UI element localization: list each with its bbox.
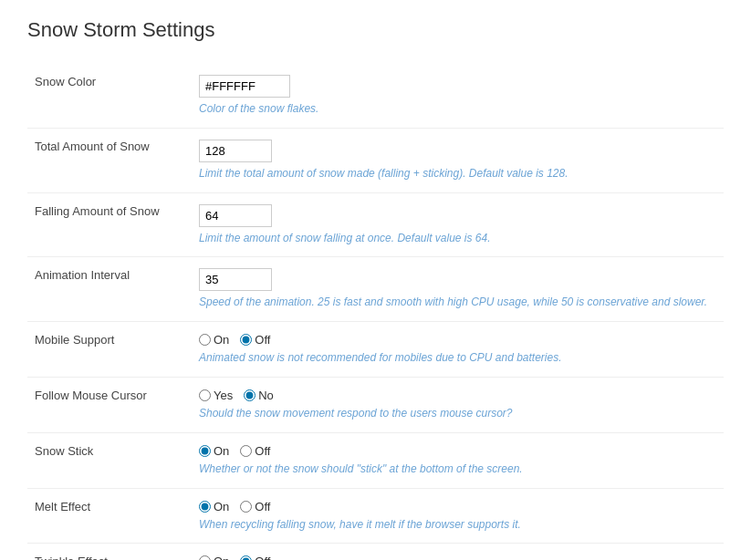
follow-mouse-no-text: No bbox=[258, 389, 274, 402]
page-title: Snow Storm Settings bbox=[27, 18, 724, 42]
snow-stick-off-text: Off bbox=[255, 444, 270, 458]
mobile-support-hint: Animated snow is not recommended for mob… bbox=[199, 350, 716, 366]
follow-mouse-hint: Should the snow movement respond to the … bbox=[199, 406, 716, 421]
total-amount-row: Total Amount of Snow Limit the total amo… bbox=[27, 128, 724, 192]
mobile-support-on-label[interactable]: On bbox=[199, 333, 229, 347]
twinkle-effect-on-text: On bbox=[214, 555, 229, 560]
animation-interval-control: Speed of the animation. 25 is fast and s… bbox=[192, 257, 724, 322]
total-amount-input[interactable] bbox=[199, 140, 272, 162]
mobile-support-off-text: Off bbox=[255, 333, 270, 347]
animation-interval-input[interactable] bbox=[199, 268, 272, 291]
melt-effect-on-radio[interactable] bbox=[199, 501, 211, 513]
melt-effect-row: Melt Effect On Off When recycling fallin… bbox=[27, 488, 724, 544]
twinkle-effect-off-text: Off bbox=[255, 555, 270, 560]
follow-mouse-row: Follow Mouse Cursor Yes No Should the sn… bbox=[27, 377, 724, 432]
snow-color-row: Snow Color Color of the snow flakes. bbox=[27, 64, 724, 128]
melt-effect-control: On Off When recycling falling snow, have… bbox=[192, 488, 724, 544]
snow-stick-on-radio[interactable] bbox=[199, 445, 211, 457]
follow-mouse-yes-label[interactable]: Yes bbox=[199, 389, 233, 402]
melt-effect-hint: When recycling falling snow, have it mel… bbox=[199, 517, 716, 533]
follow-mouse-label: Follow Mouse Cursor bbox=[27, 377, 192, 432]
mobile-support-off-radio[interactable] bbox=[240, 334, 252, 346]
melt-effect-off-radio[interactable] bbox=[240, 501, 252, 513]
melt-effect-on-text: On bbox=[214, 500, 229, 513]
snow-color-hint: Color of the snow flakes. bbox=[199, 101, 716, 117]
twinkle-effect-control: On Off Allow snow to "twinkle" in and ou… bbox=[192, 544, 724, 560]
snow-stick-label: Snow Stick bbox=[27, 432, 192, 488]
snow-stick-off-radio[interactable] bbox=[240, 445, 252, 457]
twinkle-effect-row: Twinkle Effect On Off Allow snow to "twi… bbox=[27, 544, 724, 560]
mobile-support-on-radio[interactable] bbox=[199, 334, 211, 346]
falling-amount-row: Falling Amount of Snow Limit the amount … bbox=[27, 192, 724, 257]
mobile-support-label: Mobile Support bbox=[27, 322, 192, 378]
follow-mouse-yes-text: Yes bbox=[214, 389, 233, 402]
twinkle-effect-off-radio[interactable] bbox=[240, 555, 252, 560]
falling-amount-label: Falling Amount of Snow bbox=[27, 192, 192, 257]
total-amount-control: Limit the total amount of snow made (fal… bbox=[192, 128, 724, 192]
melt-effect-label: Melt Effect bbox=[27, 488, 192, 544]
snow-stick-row: Snow Stick On Off Whether or not the sno… bbox=[27, 432, 724, 488]
mobile-support-off-label[interactable]: Off bbox=[240, 333, 270, 347]
animation-interval-hint: Speed of the animation. 25 is fast and s… bbox=[199, 295, 716, 310]
follow-mouse-no-radio[interactable] bbox=[244, 389, 256, 401]
follow-mouse-control: Yes No Should the snow movement respond … bbox=[192, 377, 724, 432]
follow-mouse-yes-radio[interactable] bbox=[199, 389, 211, 401]
snow-stick-control: On Off Whether or not the snow should "s… bbox=[192, 432, 724, 488]
follow-mouse-no-label[interactable]: No bbox=[244, 389, 274, 402]
melt-effect-on-label[interactable]: On bbox=[199, 500, 229, 513]
total-amount-hint: Limit the total amount of snow made (fal… bbox=[199, 166, 716, 181]
snow-stick-hint: Whether or not the snow should "stick" a… bbox=[199, 461, 716, 477]
snow-stick-on-text: On bbox=[214, 444, 229, 458]
snow-stick-on-label[interactable]: On bbox=[199, 444, 229, 458]
snow-color-input[interactable] bbox=[199, 75, 290, 98]
twinkle-effect-on-radio[interactable] bbox=[199, 555, 211, 560]
falling-amount-control: Limit the amount of snow falling at once… bbox=[192, 192, 724, 257]
melt-effect-off-text: Off bbox=[255, 500, 270, 513]
animation-interval-row: Animation Interval Speed of the animatio… bbox=[27, 257, 724, 322]
twinkle-effect-on-label[interactable]: On bbox=[199, 555, 229, 560]
falling-amount-hint: Limit the amount of snow falling at once… bbox=[199, 231, 716, 246]
snow-stick-off-label[interactable]: Off bbox=[240, 444, 270, 458]
twinkle-effect-off-label[interactable]: Off bbox=[240, 555, 270, 560]
snow-color-control: Color of the snow flakes. bbox=[192, 64, 724, 128]
falling-amount-input[interactable] bbox=[199, 204, 272, 227]
snow-color-label: Snow Color bbox=[27, 64, 192, 128]
melt-effect-off-label[interactable]: Off bbox=[240, 500, 270, 513]
mobile-support-row: Mobile Support On Off Animated snow is n… bbox=[27, 322, 724, 378]
animation-interval-label: Animation Interval bbox=[27, 257, 192, 322]
twinkle-effect-label: Twinkle Effect bbox=[27, 544, 192, 560]
mobile-support-control: On Off Animated snow is not recommended … bbox=[192, 322, 724, 378]
total-amount-label: Total Amount of Snow bbox=[27, 128, 192, 192]
mobile-support-on-text: On bbox=[214, 333, 229, 347]
